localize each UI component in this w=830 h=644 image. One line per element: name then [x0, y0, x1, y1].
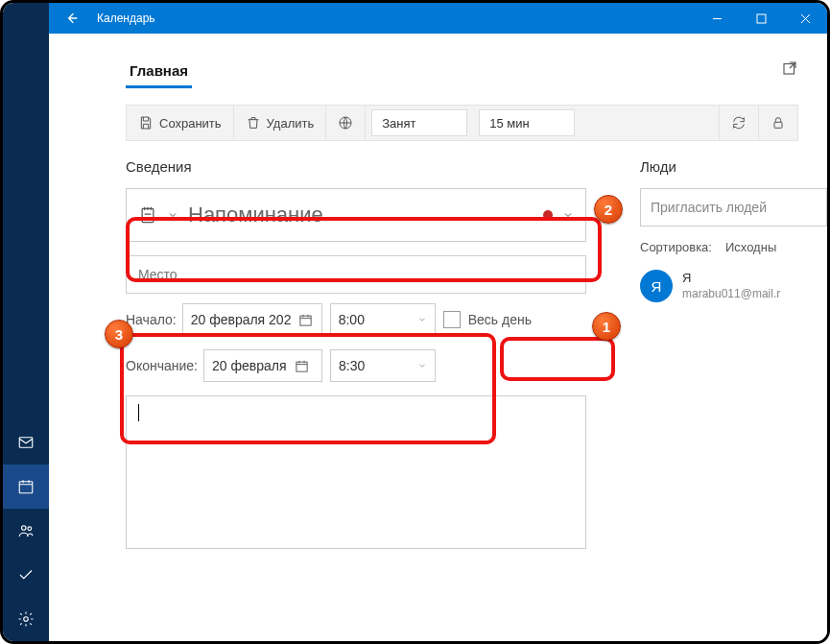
allday-checkbox[interactable]	[443, 311, 461, 328]
chevron-down-icon	[167, 209, 178, 221]
chevron-down-icon[interactable]	[562, 209, 574, 221]
tab-main[interactable]: Главная	[126, 55, 192, 86]
people-icon	[17, 522, 35, 539]
globe-icon	[338, 115, 353, 131]
svg-rect-11	[296, 362, 306, 371]
chevron-down-icon	[417, 361, 427, 370]
minimize-icon	[712, 13, 723, 24]
person-email: marabu011@mail.r	[682, 287, 780, 302]
details-heading: Сведения	[126, 158, 617, 175]
calendar-icon	[295, 359, 309, 373]
back-button[interactable]	[49, 3, 95, 34]
svg-rect-9	[142, 208, 154, 222]
save-icon	[138, 115, 154, 131]
location-input[interactable]	[138, 267, 574, 282]
rail-mail[interactable]	[3, 420, 49, 465]
svg-point-4	[24, 617, 29, 622]
show-as-button[interactable]	[326, 106, 366, 140]
sort-label: Сортировка:	[640, 240, 712, 254]
trash-icon	[246, 115, 261, 131]
minimize-button[interactable]	[695, 3, 739, 34]
maximize-button[interactable]	[739, 3, 783, 34]
left-rail	[3, 3, 49, 641]
content-area: Главная Сохранить Удалить Занят 15 мин	[49, 34, 827, 641]
person-me[interactable]: Я Я marabu011@mail.r	[640, 270, 827, 302]
recurrence-button[interactable]	[719, 106, 759, 140]
gear-icon	[17, 610, 35, 628]
details-column: Сведения Начало:	[126, 158, 617, 624]
event-title-row[interactable]	[126, 188, 586, 242]
rail-calendar[interactable]	[3, 465, 49, 509]
svg-rect-8	[774, 122, 782, 128]
lock-icon	[771, 115, 786, 131]
sort-row: Сортировка: Исходны	[640, 240, 827, 254]
svg-point-2	[22, 526, 27, 531]
rail-people[interactable]	[3, 509, 49, 553]
delete-button[interactable]: Удалить	[234, 106, 327, 140]
reminder-combo[interactable]: 15 мин	[479, 109, 575, 136]
recurrence-icon	[731, 115, 747, 131]
invite-input[interactable]: Пригласить людей	[640, 188, 827, 227]
private-button[interactable]	[759, 106, 797, 140]
check-icon	[17, 566, 35, 584]
svg-rect-0	[19, 438, 33, 448]
titlebar: Календарь	[49, 3, 827, 34]
svg-rect-10	[300, 316, 311, 325]
calendar-icon	[17, 478, 35, 495]
category-color-dot	[543, 210, 553, 220]
avatar: Я	[640, 270, 673, 302]
allday-toggle[interactable]: Весь день	[443, 311, 532, 328]
arrow-left-icon	[64, 11, 80, 26]
people-heading: Люди	[640, 158, 827, 175]
popout-icon	[781, 60, 798, 77]
location-row[interactable]	[126, 255, 586, 294]
description-box[interactable]	[126, 395, 586, 549]
status-combo[interactable]: Занят	[371, 109, 467, 136]
start-label: Начало:	[126, 312, 177, 327]
svg-rect-1	[19, 482, 33, 493]
window-title: Календарь	[95, 12, 155, 25]
person-name: Я	[682, 271, 780, 287]
close-button[interactable]	[783, 3, 827, 34]
svg-rect-5	[757, 14, 766, 23]
start-time-picker[interactable]: 8:00	[330, 303, 436, 336]
sort-value[interactable]: Исходны	[725, 240, 776, 254]
end-time-picker[interactable]: 8:30	[330, 349, 436, 382]
people-column: Люди Пригласить людей Сортировка: Исходн…	[640, 158, 827, 624]
end-date-picker[interactable]: 20 февраля	[203, 349, 322, 382]
maximize-icon	[756, 13, 767, 24]
tab-bar: Главная	[126, 51, 827, 89]
svg-point-3	[28, 527, 32, 531]
mail-icon	[17, 434, 35, 451]
rail-todo[interactable]	[3, 553, 49, 597]
toolbar: Сохранить Удалить Занят 15 мин	[126, 105, 798, 141]
end-label: Окончание:	[126, 358, 198, 373]
save-button[interactable]: Сохранить	[127, 106, 234, 140]
close-icon	[800, 13, 811, 24]
popout-button[interactable]	[781, 60, 798, 81]
rail-settings[interactable]	[3, 597, 49, 641]
chevron-down-icon	[417, 315, 427, 324]
calendar-icon	[298, 313, 313, 327]
event-title-input[interactable]	[188, 203, 534, 227]
start-date-picker[interactable]: 20 февраля 202	[182, 303, 322, 336]
text-cursor	[138, 404, 139, 421]
note-icon	[138, 205, 157, 225]
